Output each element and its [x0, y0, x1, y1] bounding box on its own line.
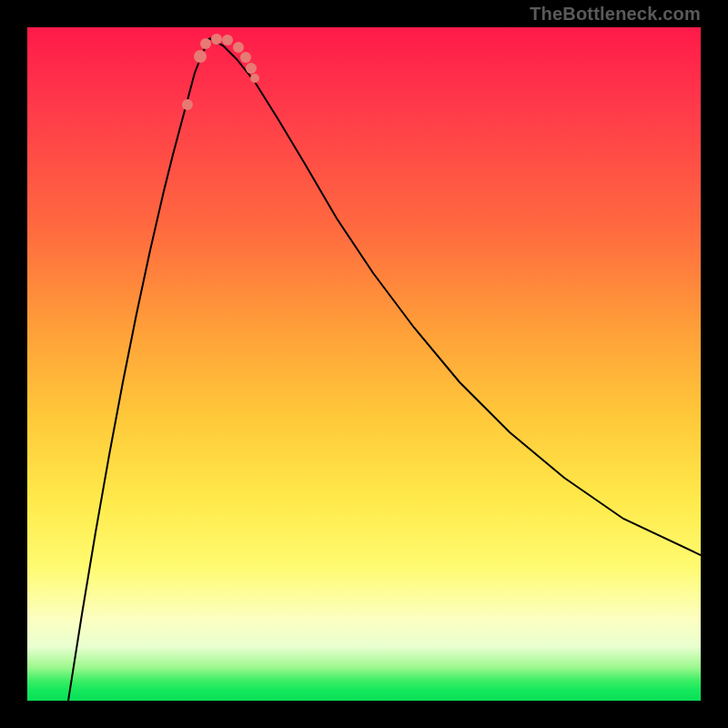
curve-svg	[27, 27, 701, 701]
marker-point	[194, 50, 207, 63]
marker-point	[222, 35, 233, 46]
marker-point	[182, 99, 193, 110]
plot-area	[27, 27, 701, 701]
marker-point	[246, 63, 257, 74]
curve-left-branch	[68, 38, 209, 701]
marker-point	[200, 38, 211, 49]
marker-point	[250, 74, 259, 83]
marker-point	[233, 42, 244, 53]
chart-frame: TheBottleneck.com	[0, 0, 728, 728]
marker-point	[240, 52, 251, 63]
marker-point	[211, 34, 222, 45]
curve-right-branch	[209, 38, 701, 555]
watermark-text: TheBottleneck.com	[530, 0, 701, 27]
